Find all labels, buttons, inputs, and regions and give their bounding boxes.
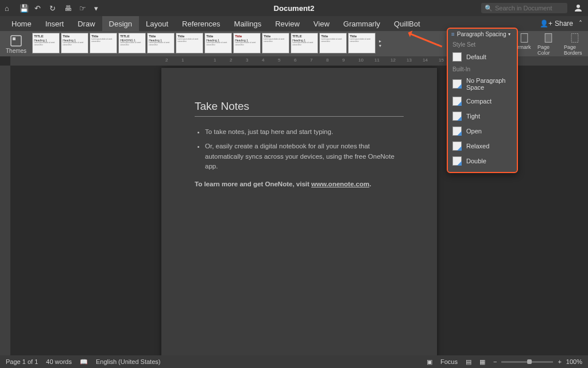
chevron-down-icon[interactable]: ▾	[379, 44, 381, 48]
watermark-icon	[519, 32, 530, 44]
page-color-button[interactable]: Page Color	[537, 32, 559, 56]
spacing-label: Compact	[466, 98, 492, 105]
spellcheck-icon[interactable]: 📖	[80, 358, 88, 366]
watermark-label: rmark	[518, 44, 531, 50]
style-thumb[interactable]: TITLEHEADING 1Lorem ipsum dolor sit amet…	[118, 33, 146, 53]
zoom-in-icon[interactable]: +	[558, 358, 561, 365]
tab-draw[interactable]: Draw	[71, 16, 102, 31]
spacing-no-paragraph-space[interactable]: No Paragraph Space	[448, 74, 517, 94]
page-heading[interactable]: Take Notes	[195, 100, 404, 113]
style-thumb[interactable]: TITLEHeading 1Lorem ipsum dolor sit amet…	[291, 33, 318, 53]
gallery-scroll[interactable]: ▸ ▾	[379, 39, 381, 48]
spacing-label: Relaxed	[466, 143, 489, 150]
spacing-open[interactable]: Open	[448, 124, 517, 139]
spacing-default[interactable]: Default	[448, 49, 517, 64]
spacing-relaxed[interactable]: Relaxed	[448, 139, 517, 154]
save-icon[interactable]: 💾	[20, 4, 28, 12]
quick-access-toolbar: ⌂ 💾 ↶ ↻ 🖶 ☞ ▾	[5, 4, 102, 12]
spacing-label: Tight	[466, 113, 480, 120]
spacing-tight[interactable]: Tight	[448, 109, 517, 124]
search-box[interactable]: 🔍	[481, 3, 567, 13]
onenote-link[interactable]: www.onenote.com	[311, 181, 369, 187]
chevron-up-icon[interactable]: ˄	[579, 20, 582, 28]
list-item[interactable]: Or, easily create a digital notebook for…	[205, 141, 404, 171]
status-words[interactable]: 40 words	[46, 358, 72, 365]
tab-design[interactable]: Design	[102, 16, 139, 31]
style-thumb[interactable]: TitleHeading 1Lorem ipsum dolor sit amet…	[61, 33, 88, 53]
titlebar: ⌂ 💾 ↶ ↻ 🖶 ☞ ▾ Document2 🔍	[0, 0, 588, 16]
tab-home[interactable]: Home	[5, 16, 38, 31]
search-input[interactable]	[495, 5, 564, 12]
status-page[interactable]: Page 1 of 1	[6, 358, 38, 365]
style-thumb[interactable]: TITLEHeading 1Lorem ipsum dolor sit amet…	[32, 33, 60, 53]
swatch-icon	[452, 141, 462, 151]
view-print-icon[interactable]: ▤	[466, 358, 471, 366]
status-focus[interactable]: Focus	[440, 358, 458, 365]
page-borders-label: Page Borders	[564, 44, 586, 56]
tab-insert[interactable]: Insert	[38, 16, 71, 31]
tab-grammarly[interactable]: Grammarly	[336, 16, 387, 31]
spacing-compact[interactable]: Compact	[448, 94, 517, 109]
style-thumb[interactable]: TitleLorem ipsum dolor sit amet consecte…	[176, 33, 203, 53]
popup-section-builtin: Built-In	[448, 64, 517, 74]
swatch-icon	[452, 156, 462, 166]
tab-mailings[interactable]: Mailings	[227, 16, 269, 31]
themes-label: Themes	[6, 48, 26, 54]
tab-view[interactable]: View	[307, 16, 336, 31]
zoom-out-icon[interactable]: −	[493, 358, 497, 365]
list-item[interactable]: To take notes, just tap here and start t…	[205, 127, 404, 137]
svg-rect-5	[571, 34, 578, 43]
svg-rect-1	[11, 36, 21, 46]
popup-header[interactable]: ≡ Paragraph Spacing ▾	[448, 29, 517, 40]
style-thumb[interactable]: TitleHeading 1Lorem ipsum dolor sit amet…	[204, 33, 232, 53]
zoom-controls: − + 100%	[493, 358, 582, 365]
page-color-icon	[543, 32, 554, 44]
document-page[interactable]: Take Notes To take notes, just tap here …	[161, 68, 437, 355]
style-thumb[interactable]: TitleLorem ipsum dolor sit amet consecte…	[319, 33, 347, 53]
vertical-ruler[interactable]	[0, 66, 10, 355]
style-thumb[interactable]: TitleLorem ipsum dolor sit amet consecte…	[262, 33, 289, 53]
view-web-icon[interactable]: ▦	[479, 358, 485, 366]
search-icon: 🔍	[485, 5, 493, 12]
svg-rect-4	[545, 34, 552, 43]
chevron-down-icon: ▾	[508, 32, 510, 37]
tab-layout[interactable]: Layout	[139, 16, 175, 31]
style-thumb[interactable]: TitleLorem ipsum dolor sit amet consecte…	[348, 33, 376, 53]
themes-button[interactable]: Themes	[2, 34, 30, 54]
spacing-label: Default	[466, 53, 486, 60]
spacing-label: Open	[466, 128, 482, 135]
share-icon: 👤+	[540, 20, 552, 28]
undo-icon[interactable]: ↶	[34, 4, 42, 12]
user-icon[interactable]	[573, 3, 583, 13]
statusbar: Page 1 of 1 40 words 📖 English (United S…	[0, 355, 588, 368]
swatch-icon	[452, 112, 462, 121]
page-borders-button[interactable]: Page Borders	[564, 32, 586, 56]
style-thumb[interactable]: TitleHeading 1Lorem ipsum dolor sit amet…	[147, 33, 175, 53]
style-thumb[interactable]: TitleHeading 1Lorem ipsum dolor sit amet…	[233, 33, 261, 53]
svg-rect-3	[521, 34, 528, 43]
tab-references[interactable]: References	[175, 16, 227, 31]
tab-review[interactable]: Review	[268, 16, 307, 31]
learn-prefix: To learn more and get OneNote, visit	[195, 181, 311, 187]
home-icon[interactable]: ⌂	[5, 4, 13, 12]
page-borders-icon	[569, 32, 581, 44]
zoom-level[interactable]: 100%	[566, 358, 582, 365]
zoom-slider[interactable]	[501, 361, 553, 363]
share-label: Share	[555, 20, 573, 28]
swatch-icon	[452, 126, 462, 136]
learn-more-line[interactable]: To learn more and get OneNote, visit www…	[195, 181, 404, 187]
focus-icon[interactable]: ▣	[427, 358, 432, 366]
bullet-list[interactable]: To take notes, just tap here and start t…	[195, 127, 404, 171]
spacing-double[interactable]: Double	[448, 154, 517, 168]
status-language[interactable]: English (United States)	[96, 358, 161, 365]
qat-more-icon[interactable]: ▾	[94, 4, 102, 12]
style-thumb[interactable]: TitleLorem ipsum dolor sit amet consecte…	[90, 33, 117, 53]
paragraph-spacing-icon: ≡	[451, 31, 455, 37]
popup-title: Paragraph Spacing	[457, 31, 506, 37]
redo-icon[interactable]: ↻	[49, 4, 57, 12]
touch-icon[interactable]: ☞	[79, 4, 87, 12]
print-icon[interactable]: 🖶	[64, 4, 72, 12]
style-gallery: TITLEHeading 1Lorem ipsum dolor sit amet…	[32, 33, 376, 55]
watermark-button[interactable]: rmark	[516, 32, 533, 50]
share-button[interactable]: 👤+ Share ˄	[534, 20, 588, 28]
